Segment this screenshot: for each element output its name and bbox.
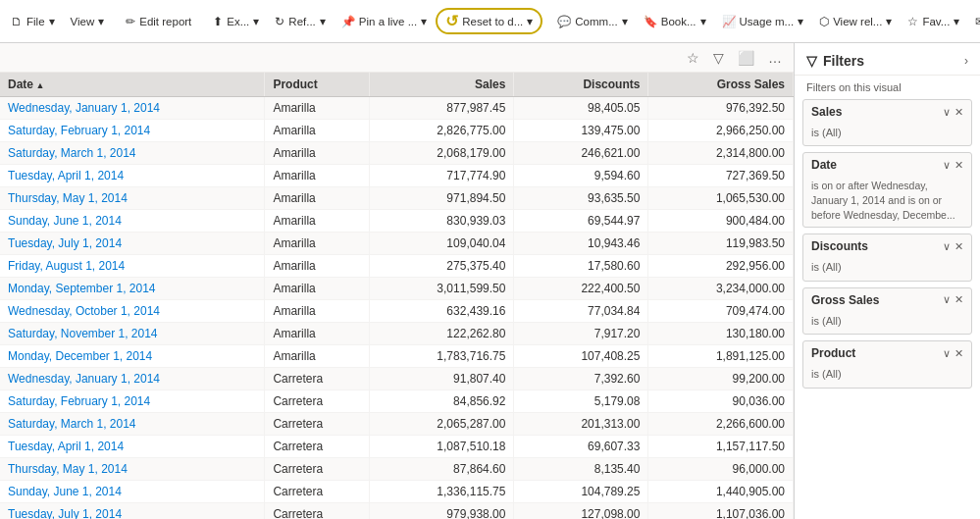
- table-row: Wednesday, January 1, 2014Amarilla877,98…: [0, 97, 794, 120]
- table-row: Saturday, February 1, 2014Amarilla2,826,…: [0, 120, 794, 142]
- filter-expand-icon[interactable]: ∨: [943, 240, 951, 253]
- table-row: Sunday, June 1, 2014Amarilla830,939.0369…: [0, 210, 794, 233]
- filter-card-header: Discounts∨✕: [803, 234, 971, 258]
- fav-btn[interactable]: ☆ Fav... ▾: [901, 11, 966, 32]
- filter-card-date: Date∨✕is on or after Wednesday, January …: [802, 152, 972, 228]
- filters-collapse-icon[interactable]: ›: [964, 54, 968, 68]
- filters-subtitle: Filters on this visual: [795, 76, 980, 99]
- table-row: Saturday, March 1, 2014Carretera2,065,28…: [0, 413, 794, 436]
- pin-arrow: ▾: [421, 15, 427, 28]
- table-row: Tuesday, July 1, 2014Carretera979,938.00…: [0, 503, 794, 520]
- table-row: Saturday, March 1, 2014Amarilla2,068,179…: [0, 142, 794, 165]
- subs-icon: ✉: [975, 15, 980, 28]
- bookmark-btn[interactable]: 🔖 Book... ▾: [637, 11, 713, 32]
- edit-report-btn[interactable]: ✏ Edit report: [119, 11, 198, 32]
- edit-icon: ✏: [126, 15, 135, 28]
- filter-card-gross-sales: Gross Sales∨✕is (All): [802, 287, 972, 335]
- main-area: ☆ ▽ ⬜ … Date Product Sales Discounts Gro…: [0, 43, 980, 519]
- refresh-icon: ↻: [275, 15, 284, 28]
- filter-card-discounts: Discounts∨✕is (All): [802, 234, 972, 281]
- filter-clear-icon[interactable]: ✕: [954, 159, 963, 172]
- filters-cards: Sales∨✕is (All)Date∨✕is on or after Wedn…: [795, 99, 980, 394]
- reset-arrow: ▾: [527, 15, 533, 28]
- viewrel-arrow: ▾: [886, 15, 892, 28]
- table-row: Sunday, June 1, 2014Carretera1,336,115.7…: [0, 481, 794, 503]
- col-sales[interactable]: Sales: [369, 73, 514, 97]
- table-body: Wednesday, January 1, 2014Amarilla877,98…: [0, 97, 794, 520]
- table-row: Wednesday, October 1, 2014Amarilla632,43…: [0, 300, 794, 323]
- filter-card-title: Discounts: [811, 239, 868, 253]
- filter-icon-btn[interactable]: ▽: [709, 48, 728, 68]
- pin-icon: 📌: [341, 15, 355, 28]
- filter-card-header: Gross Sales∨✕: [803, 288, 971, 312]
- filter-clear-icon[interactable]: ✕: [954, 347, 963, 360]
- export-btn[interactable]: ⬆ Ex... ▾: [206, 11, 266, 32]
- filter-card-value: is (All): [803, 124, 971, 145]
- filter-expand-icon[interactable]: ∨: [943, 159, 951, 172]
- filter-card-header: Product∨✕: [803, 341, 971, 365]
- table-icon-bar: ☆ ▽ ⬜ …: [0, 43, 794, 73]
- filter-card-value: is (All): [803, 365, 971, 387]
- col-product[interactable]: Product: [265, 73, 370, 97]
- file-icon: 🗋: [11, 16, 23, 27]
- filter-card-value: is (All): [803, 312, 971, 334]
- col-gross-sales[interactable]: Gross Sales: [648, 73, 794, 97]
- filter-clear-icon[interactable]: ✕: [954, 106, 963, 119]
- table-row: Tuesday, April 1, 2014Amarilla717,774.90…: [0, 165, 794, 187]
- filter-clear-icon[interactable]: ✕: [954, 293, 963, 306]
- comment-arrow: ▾: [622, 15, 628, 28]
- filter-expand-icon[interactable]: ∨: [943, 347, 951, 360]
- reset-btn[interactable]: ↺ Reset to d... ▾: [436, 8, 542, 34]
- filter-clear-icon[interactable]: ✕: [954, 240, 963, 253]
- table-row: Thursday, May 1, 2014Carretera87,864.608…: [0, 458, 794, 481]
- bookmark-icon: 🔖: [644, 15, 657, 28]
- table-row: Wednesday, January 1, 2014Carretera91,80…: [0, 368, 794, 390]
- table-row: Tuesday, July 1, 2014Amarilla109,040.041…: [0, 233, 794, 255]
- filters-panel: ▽ Filters › Filters on this visual Sales…: [794, 43, 980, 519]
- filter-card-value: is on or after Wednesday, January 1, 201…: [803, 177, 971, 227]
- filter-card-header: Sales∨✕: [803, 100, 971, 124]
- subs-btn[interactable]: ✉ Subs... ▾: [968, 11, 980, 32]
- pin-btn[interactable]: 📌 Pin a live ... ▾: [335, 11, 434, 32]
- reset-icon: ↺: [445, 12, 458, 30]
- file-arrow: ▾: [49, 15, 55, 28]
- table-row: Thursday, May 1, 2014Amarilla971,894.509…: [0, 187, 794, 210]
- col-discounts[interactable]: Discounts: [514, 73, 648, 97]
- filter-expand-icon[interactable]: ∨: [943, 293, 951, 306]
- col-date[interactable]: Date: [0, 73, 265, 97]
- filter-card-header: Date∨✕: [803, 153, 971, 177]
- filter-card-value: is (All): [803, 258, 971, 280]
- more-options-btn[interactable]: …: [764, 48, 786, 68]
- table-row: Monday, September 1, 2014Amarilla3,011,5…: [0, 278, 794, 300]
- usage-arrow: ▾: [798, 15, 803, 28]
- file-btn[interactable]: 🗋 File ▾: [4, 11, 62, 32]
- table-scroll[interactable]: Date Product Sales Discounts Gross Sales…: [0, 73, 794, 519]
- refresh-btn[interactable]: ↻ Ref... ▾: [268, 11, 332, 32]
- table-row: Saturday, November 1, 2014Amarilla122,26…: [0, 323, 794, 345]
- filter-expand-icon[interactable]: ∨: [943, 106, 951, 119]
- table-row: Tuesday, April 1, 2014Carretera1,087,510…: [0, 436, 794, 458]
- view-btn[interactable]: View ▾: [64, 11, 112, 32]
- filter-card-title: Date: [811, 158, 837, 172]
- filter-card-title: Gross Sales: [811, 293, 879, 307]
- star-icon-btn[interactable]: ☆: [683, 48, 703, 68]
- fav-icon: ☆: [907, 15, 918, 28]
- filters-title: ▽ Filters: [806, 53, 864, 69]
- table-row: Friday, August 1, 2014Amarilla275,375.40…: [0, 255, 794, 278]
- comment-btn[interactable]: 💬 Comm... ▾: [550, 11, 634, 32]
- comment-icon: 💬: [557, 15, 571, 28]
- focus-icon-btn[interactable]: ⬜: [734, 48, 758, 68]
- refresh-arrow: ▾: [320, 15, 326, 28]
- table-row: Saturday, February 1, 2014Carretera84,85…: [0, 390, 794, 413]
- export-arrow: ▾: [253, 15, 259, 28]
- table-row: Monday, December 1, 2014Amarilla1,783,71…: [0, 345, 794, 368]
- table-area: ☆ ▽ ⬜ … Date Product Sales Discounts Gro…: [0, 43, 794, 519]
- viewrel-icon: ⬡: [819, 15, 829, 28]
- fav-arrow: ▾: [954, 15, 959, 28]
- viewrel-btn[interactable]: ⬡ View rel... ▾: [812, 11, 899, 32]
- filter-card-product: Product∨✕is (All): [802, 340, 972, 388]
- usage-btn[interactable]: 📈 Usage m... ▾: [715, 11, 811, 32]
- usage-icon: 📈: [722, 15, 736, 28]
- export-icon: ⬆: [213, 15, 223, 28]
- toolbar: 🗋 File ▾ View ▾ ✏ Edit report ⬆ Ex... ▾ …: [0, 0, 980, 43]
